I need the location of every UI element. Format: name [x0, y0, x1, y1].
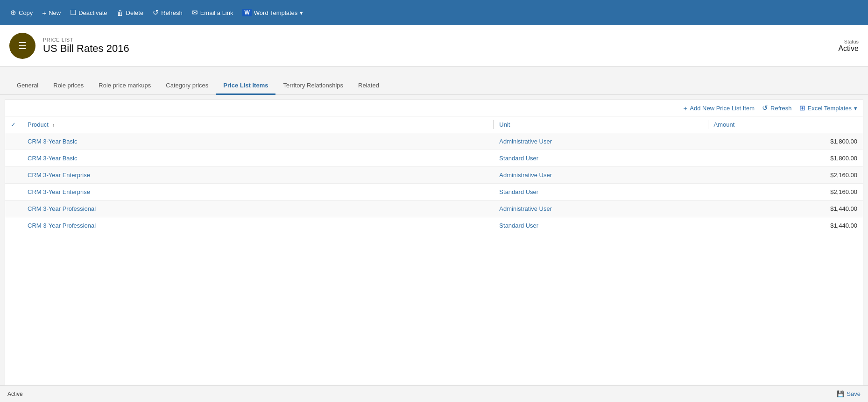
row-product-0: CRM 3-Year Basic: [22, 133, 494, 150]
avatar-icon: ☰: [18, 40, 27, 51]
row-unit-0: Administrative User: [494, 133, 708, 150]
new-button[interactable]: + New: [37, 6, 65, 20]
status-label: Status: [838, 39, 859, 44]
word-templates-button[interactable]: W Word Templates ▾: [238, 6, 308, 19]
deactivate-button[interactable]: ☐ Deactivate: [65, 6, 112, 20]
status-text: Active: [7, 391, 23, 397]
table-row[interactable]: CRM 3-Year Professional Standard User $1…: [5, 217, 863, 234]
subgrid-refresh-icon: ↺: [762, 104, 768, 112]
product-link-0[interactable]: CRM 3-Year Basic: [28, 138, 77, 145]
excel-dropdown-icon: ▾: [854, 105, 857, 112]
th-product[interactable]: Product ↑: [22, 116, 494, 133]
subgrid-toolbar: + Add New Price List Item ↺ Refresh ⊞ Ex…: [5, 100, 863, 116]
table-row[interactable]: CRM 3-Year Enterprise Standard User $2,1…: [5, 184, 863, 201]
th-amount[interactable]: Amount: [708, 116, 863, 133]
delete-button[interactable]: 🗑 Delete: [112, 6, 148, 20]
copy-button[interactable]: ⊕ Copy: [6, 6, 37, 20]
unit-link-1[interactable]: Standard User: [499, 155, 538, 162]
row-product-5: CRM 3-Year Professional: [22, 217, 494, 234]
row-product-3: CRM 3-Year Enterprise: [22, 184, 494, 201]
row-amount-5: $1,440.00: [708, 217, 863, 234]
email-icon: ✉: [192, 8, 198, 17]
main-toolbar: ⊕ Copy + New ☐ Deactivate 🗑 Delete ↺ Ref…: [0, 0, 868, 25]
copy-icon: ⊕: [10, 8, 16, 17]
record-header: ☰ PRICE LIST US Bill Rates 2016 Status A…: [0, 25, 868, 67]
tab-role-price-markups[interactable]: Role price markups: [91, 77, 158, 95]
table-scroll[interactable]: ✓ Product ↑ Unit Amount: [5, 116, 863, 385]
row-unit-3: Standard User: [494, 184, 708, 201]
status-value: Active: [838, 44, 859, 53]
row-unit-1: Standard User: [494, 150, 708, 167]
product-link-3[interactable]: CRM 3-Year Enterprise: [28, 188, 90, 195]
row-check-0[interactable]: [5, 133, 22, 150]
record-meta: PRICE LIST US Bill Rates 2016: [43, 37, 129, 55]
refresh-button[interactable]: ↺ Refresh: [148, 6, 187, 20]
select-all-checkbox[interactable]: ✓: [11, 121, 16, 128]
th-check[interactable]: ✓: [5, 116, 22, 133]
unit-link-5[interactable]: Standard User: [499, 222, 538, 229]
record-name: US Bill Rates 2016: [43, 43, 129, 55]
row-check-1[interactable]: [5, 150, 22, 167]
tabs-bar: General Role prices Role price markups C…: [0, 67, 868, 95]
excel-templates-button[interactable]: ⊞ Excel Templates ▾: [799, 104, 857, 112]
record-type: PRICE LIST: [43, 37, 129, 43]
row-amount-3: $2,160.00: [708, 184, 863, 201]
deactivate-icon: ☐: [70, 8, 76, 17]
word-icon: W: [242, 9, 251, 16]
subgrid-container: + Add New Price List Item ↺ Refresh ⊞ Ex…: [5, 100, 863, 385]
save-button[interactable]: 💾 Save: [837, 390, 861, 397]
row-check-5[interactable]: [5, 217, 22, 234]
save-icon: 💾: [837, 390, 844, 397]
add-icon: +: [684, 104, 688, 112]
record-header-left: ☰ PRICE LIST US Bill Rates 2016: [9, 33, 129, 59]
sort-icon: ↑: [52, 122, 55, 128]
subgrid-area: + Add New Price List Item ↺ Refresh ⊞ Ex…: [0, 95, 868, 385]
new-icon: +: [42, 9, 46, 17]
avatar: ☰: [9, 33, 35, 59]
refresh-icon: ↺: [153, 8, 159, 17]
unit-link-0[interactable]: Administrative User: [499, 138, 552, 145]
unit-link-4[interactable]: Administrative User: [499, 205, 552, 212]
row-check-2[interactable]: [5, 167, 22, 184]
add-price-list-item-button[interactable]: + Add New Price List Item: [684, 104, 755, 112]
unit-link-2[interactable]: Administrative User: [499, 172, 552, 179]
table-row[interactable]: CRM 3-Year Basic Administrative User $1,…: [5, 133, 863, 150]
table-header-row: ✓ Product ↑ Unit Amount: [5, 116, 863, 133]
product-link-5[interactable]: CRM 3-Year Professional: [28, 222, 96, 229]
table-row[interactable]: CRM 3-Year Enterprise Administrative Use…: [5, 167, 863, 184]
record-status: Status Active: [838, 39, 859, 53]
product-link-2[interactable]: CRM 3-Year Enterprise: [28, 172, 90, 179]
dropdown-arrow-icon: ▾: [300, 9, 303, 16]
row-unit-5: Standard User: [494, 217, 708, 234]
row-amount-1: $1,800.00: [708, 150, 863, 167]
tab-related[interactable]: Related: [351, 77, 387, 95]
product-link-4[interactable]: CRM 3-Year Professional: [28, 205, 96, 212]
row-product-1: CRM 3-Year Basic: [22, 150, 494, 167]
row-check-4[interactable]: [5, 201, 22, 217]
row-amount-4: $1,440.00: [708, 201, 863, 217]
excel-icon: ⊞: [799, 104, 805, 112]
row-amount-2: $2,160.00: [708, 167, 863, 184]
price-list-items-table: ✓ Product ↑ Unit Amount: [5, 116, 863, 234]
row-unit-2: Administrative User: [494, 167, 708, 184]
table-row[interactable]: CRM 3-Year Professional Administrative U…: [5, 201, 863, 217]
tab-price-list-items[interactable]: Price List Items: [216, 77, 275, 95]
th-unit[interactable]: Unit: [494, 116, 708, 133]
table-row[interactable]: CRM 3-Year Basic Standard User $1,800.00: [5, 150, 863, 167]
product-link-1[interactable]: CRM 3-Year Basic: [28, 155, 77, 162]
row-product-2: CRM 3-Year Enterprise: [22, 167, 494, 184]
subgrid-refresh-button[interactable]: ↺ Refresh: [762, 104, 792, 112]
tab-territory-relationships[interactable]: Territory Relationships: [275, 77, 351, 95]
row-amount-0: $1,800.00: [708, 133, 863, 150]
status-bar: Active 💾 Save: [0, 385, 868, 402]
row-product-4: CRM 3-Year Professional: [22, 201, 494, 217]
email-link-button[interactable]: ✉ Email a Link: [187, 6, 238, 20]
row-check-3[interactable]: [5, 184, 22, 201]
delete-icon: 🗑: [117, 9, 124, 17]
row-unit-4: Administrative User: [494, 201, 708, 217]
tab-category-prices[interactable]: Category prices: [158, 77, 216, 95]
tab-role-prices[interactable]: Role prices: [46, 77, 91, 95]
unit-link-3[interactable]: Standard User: [499, 188, 538, 195]
tab-general[interactable]: General: [9, 77, 46, 95]
